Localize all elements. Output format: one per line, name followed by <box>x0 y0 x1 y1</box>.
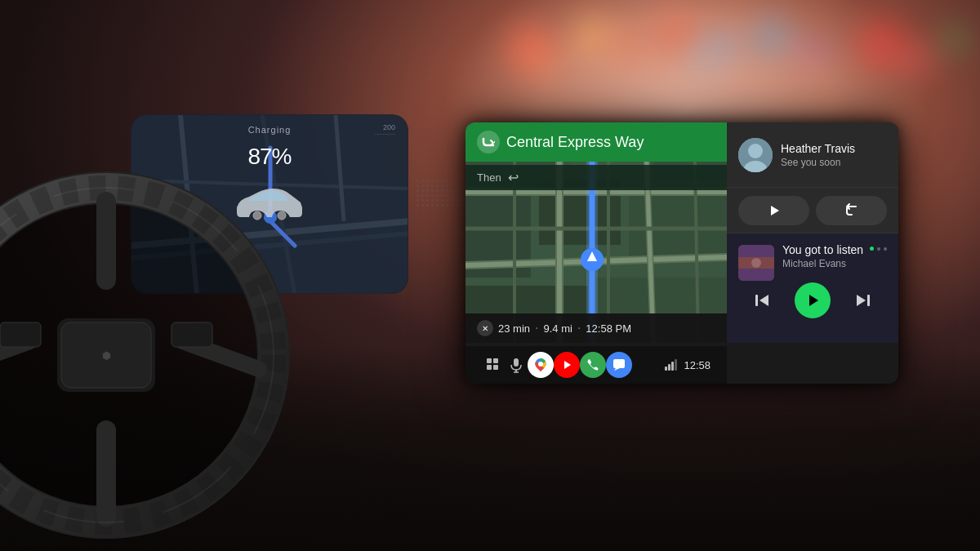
nav-then-label: Then <box>477 171 501 184</box>
svg-text:⬢: ⬢ <box>102 350 111 362</box>
eta-time: 12:58 PM <box>586 322 631 335</box>
reply-button[interactable] <box>816 196 887 225</box>
battery-percent: 87% <box>247 144 291 170</box>
svg-rect-50 <box>493 365 498 370</box>
phone-button[interactable] <box>580 352 606 378</box>
album-art <box>738 245 774 281</box>
eta-minutes: 23 min <box>498 322 530 335</box>
svg-marker-55 <box>564 361 571 369</box>
bokeh-light <box>686 49 709 72</box>
messages-button[interactable] <box>606 352 632 378</box>
svg-rect-62 <box>96 192 116 290</box>
eta-close-button[interactable]: ✕ <box>477 320 493 336</box>
nav-header: Central Express Way <box>466 122 727 162</box>
youtube-button[interactable] <box>554 352 580 378</box>
call-controls <box>727 188 898 233</box>
nav-then-arrow-icon: ↩ <box>508 170 519 185</box>
nav-arrow-icon <box>477 131 500 153</box>
svg-marker-43 <box>760 295 768 306</box>
svg-rect-17 <box>629 188 727 261</box>
bokeh-light <box>939 24 970 56</box>
contact-avatar <box>738 138 773 172</box>
svg-marker-57 <box>614 368 620 371</box>
music-artist: Michael Evans <box>782 258 887 269</box>
contact-status: See you soon <box>781 157 887 168</box>
contact-info: Heather Travis See you soon <box>781 142 887 168</box>
signal-icon <box>665 359 677 371</box>
play-call-button[interactable] <box>738 196 809 225</box>
dot-active <box>870 247 874 251</box>
bokeh-light <box>531 49 555 73</box>
svg-rect-51 <box>514 358 519 367</box>
dot-2 <box>884 247 887 251</box>
apps-button[interactable] <box>482 353 505 376</box>
svg-marker-38 <box>771 206 779 216</box>
bokeh-light <box>800 37 829 65</box>
bokeh-light <box>898 41 935 78</box>
contact-card: Heather Travis See you soon <box>727 122 898 188</box>
dashboard: Charging 87% 200 ············· <box>0 0 980 551</box>
music-play-button[interactable] <box>795 282 831 318</box>
eta-bar: ✕ 23 min · 9.4 mi · 12:58 PM <box>466 313 727 343</box>
svg-rect-45 <box>867 295 870 306</box>
svg-rect-56 <box>613 359 625 368</box>
status-time: 12:58 <box>684 359 710 371</box>
eta-separator-1: · <box>535 321 538 335</box>
music-prev-button[interactable] <box>747 286 777 315</box>
svg-rect-42 <box>755 295 758 306</box>
svg-rect-48 <box>493 358 498 363</box>
bokeh-light <box>572 16 612 57</box>
nav-then-bar: Then ↩ <box>466 165 727 190</box>
charging-label: Charging <box>248 125 292 135</box>
svg-marker-46 <box>857 295 866 306</box>
dot-1 <box>877 247 880 251</box>
toolbar: 12:58 <box>466 346 727 384</box>
steering-wheel-container: ⬢ <box>0 167 294 543</box>
music-progress-indicator <box>870 247 887 251</box>
nav-street-name: Central Express Way <box>506 134 715 151</box>
svg-rect-49 <box>487 365 492 370</box>
svg-point-54 <box>538 362 543 367</box>
svg-rect-47 <box>487 358 492 363</box>
eta-separator-2: · <box>577 321 581 335</box>
google-maps-button[interactable] <box>528 352 554 378</box>
maps-container[interactable]: Central Express Way Then ↩ ✕ 23 min · 9.… <box>466 122 727 343</box>
right-panel: Heather Travis See you soon <box>727 122 898 343</box>
speaker-grille-left <box>416 180 463 207</box>
svg-rect-63 <box>96 420 116 527</box>
svg-rect-70 <box>172 322 212 347</box>
bokeh-light <box>751 16 792 57</box>
music-next-button[interactable] <box>849 286 878 315</box>
eta-distance: 9.4 mi <box>543 322 572 335</box>
speed-indicator: ············· <box>375 131 395 137</box>
android-auto-screen[interactable]: Central Express Way Then ↩ ✕ 23 min · 9.… <box>466 122 898 384</box>
music-card: You got to listen Michael Evans <box>727 233 898 343</box>
svg-marker-44 <box>809 295 818 306</box>
svg-point-36 <box>748 144 763 158</box>
speed-max-label: 200 <box>383 123 395 131</box>
svg-point-41 <box>751 258 761 268</box>
music-controls <box>738 282 887 318</box>
contact-name: Heather Travis <box>781 142 887 155</box>
mic-button[interactable] <box>505 353 528 376</box>
svg-rect-69 <box>0 322 41 347</box>
bokeh-light <box>612 33 645 65</box>
